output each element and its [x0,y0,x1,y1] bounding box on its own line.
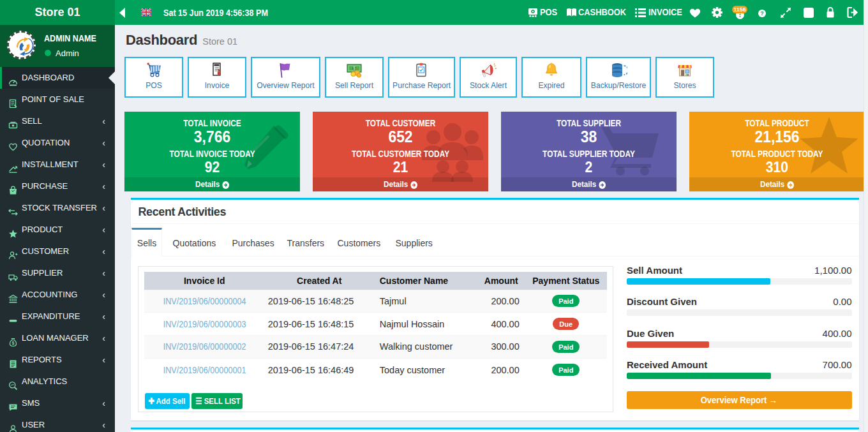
svg-text:$: $ [12,341,15,346]
svg-text:$: $ [353,66,355,71]
svg-text:?: ? [760,10,764,17]
